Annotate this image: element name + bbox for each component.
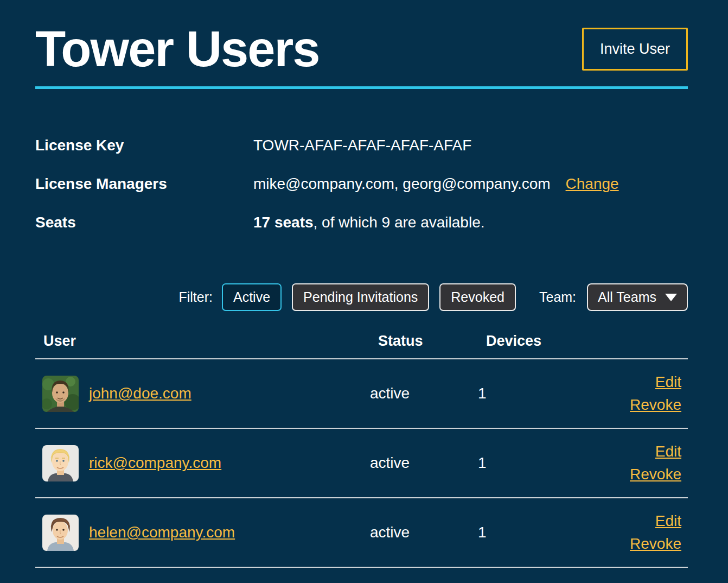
- column-header-devices: Devices: [486, 333, 584, 350]
- column-header-user: User: [43, 333, 378, 350]
- license-section: License Key TOWR-AFAF-AFAF-AFAF-AFAF Lic…: [35, 137, 688, 231]
- user-devices: 1: [478, 524, 576, 541]
- user-cell: john@doe.com: [35, 376, 370, 412]
- user-cell: helen@company.com: [35, 515, 370, 551]
- license-managers-label: License Managers: [35, 175, 253, 193]
- column-header-status: Status: [378, 333, 486, 350]
- page-header: Tower Users Invite User: [35, 22, 688, 77]
- user-email-link[interactable]: john@doe.com: [89, 385, 191, 402]
- user-status: active: [370, 524, 478, 541]
- seats-count: 17 seats: [253, 214, 314, 231]
- row-actions: Edit Revoke: [576, 443, 688, 483]
- revoke-user-link[interactable]: Revoke: [630, 466, 681, 483]
- license-key-label: License Key: [35, 137, 253, 154]
- user-devices: 1: [478, 454, 576, 472]
- filter-button-active[interactable]: Active: [222, 283, 282, 311]
- invite-user-button[interactable]: Invite User: [582, 28, 688, 71]
- license-managers-row: License Managers mike@company.com, georg…: [35, 175, 688, 193]
- table-header-row: User Status Devices: [35, 333, 688, 359]
- avatar: [42, 515, 79, 551]
- change-managers-link[interactable]: Change: [566, 175, 619, 193]
- seats-label: Seats: [35, 214, 253, 231]
- seats-row: Seats 17 seats, of which 9 are available…: [35, 214, 688, 231]
- edit-user-link[interactable]: Edit: [655, 512, 681, 530]
- user-status: active: [370, 385, 478, 402]
- filter-button-pending-invitations[interactable]: Pending Invitations: [292, 283, 429, 311]
- user-email-link[interactable]: helen@company.com: [89, 524, 235, 541]
- revoke-user-link[interactable]: Revoke: [630, 535, 681, 553]
- seats-value: 17 seats, of which 9 are available.: [253, 214, 485, 231]
- user-devices: 1: [478, 385, 576, 402]
- table-row: john@doe.com active 1 Edit Revoke: [35, 359, 688, 429]
- filter-bar: Filter: Active Pending Invitations Revok…: [35, 283, 688, 311]
- user-cell: rick@company.com: [35, 445, 370, 481]
- license-key-value: TOWR-AFAF-AFAF-AFAF-AFAF: [253, 137, 471, 154]
- revoke-user-link[interactable]: Revoke: [630, 396, 681, 414]
- team-dropdown-value: All Teams: [598, 289, 656, 305]
- title-divider: [35, 86, 688, 89]
- avatar: [42, 445, 79, 481]
- license-managers-value: mike@company.com, georg@company.com: [253, 175, 551, 193]
- filter-button-revoked[interactable]: Revoked: [439, 283, 516, 311]
- license-key-row: License Key TOWR-AFAF-AFAF-AFAF-AFAF: [35, 137, 688, 154]
- page-title: Tower Users: [35, 22, 319, 77]
- filter-label: Filter:: [178, 289, 213, 305]
- edit-user-link[interactable]: Edit: [655, 373, 681, 391]
- team-label: Team:: [539, 289, 576, 305]
- table-row: helen@company.com active 1 Edit Revoke: [35, 498, 688, 568]
- seats-availability: , of which 9 are available.: [314, 214, 485, 231]
- row-actions: Edit Revoke: [576, 512, 688, 553]
- users-table: User Status Devices: [35, 333, 688, 568]
- table-row: rick@company.com active 1 Edit Revoke: [35, 429, 688, 498]
- team-dropdown[interactable]: All Teams: [587, 283, 688, 311]
- page: Tower Users Invite User License Key TOWR…: [0, 22, 728, 568]
- user-status: active: [370, 454, 478, 472]
- user-email-link[interactable]: rick@company.com: [89, 454, 221, 472]
- edit-user-link[interactable]: Edit: [655, 443, 681, 460]
- row-actions: Edit Revoke: [576, 373, 688, 414]
- chevron-down-icon: [665, 294, 677, 301]
- avatar: [42, 376, 79, 412]
